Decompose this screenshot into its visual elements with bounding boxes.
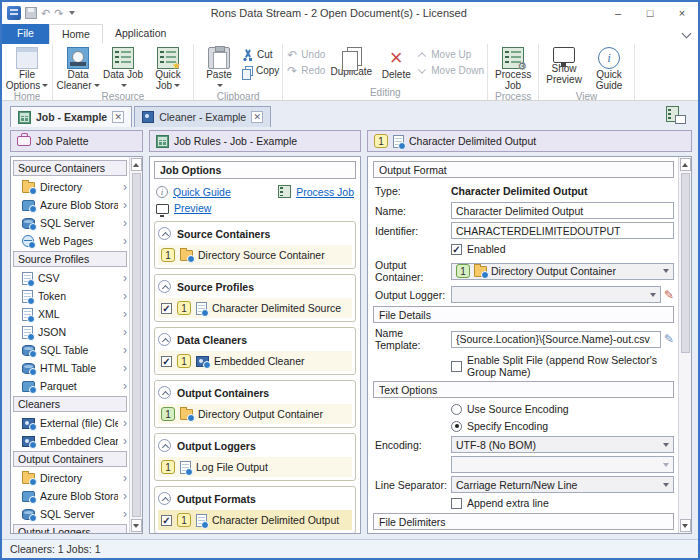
redo-icon[interactable]: ↷ <box>54 8 63 19</box>
delete-button[interactable]: × Delete <box>377 45 415 81</box>
output-logger-dropdown[interactable] <box>451 286 661 303</box>
tab-home[interactable]: Home <box>49 24 103 44</box>
close-button[interactable]: × <box>666 2 698 24</box>
move-up-button[interactable]: Move Up <box>416 48 484 61</box>
process-job-window-icon[interactable] <box>666 106 686 124</box>
palette-item-token[interactable]: Token › <box>13 287 129 305</box>
encoding-sub-dropdown[interactable] <box>451 456 674 473</box>
rule-item-log-file-output[interactable]: 1 Log File Output <box>158 457 352 477</box>
card-header[interactable]: Source Profiles <box>158 277 352 296</box>
duplicate-button[interactable]: Duplicate <box>326 45 376 78</box>
palette-item-azure-blob-storage[interactable]: Azure Blob Storage › <box>13 196 129 214</box>
data-job-button[interactable]: Data Job <box>101 45 145 91</box>
collapse-icon[interactable] <box>158 227 171 240</box>
tab-file[interactable]: File <box>2 24 49 44</box>
palette-item-html-table[interactable]: HTML Table › <box>13 359 129 377</box>
detail-scrollbar[interactable] <box>678 157 691 533</box>
card-header[interactable]: Output Loggers <box>158 436 352 455</box>
palette-item-external-file-cleaner[interactable]: External (file) Clean › <box>13 414 129 432</box>
palette-item-sql-table[interactable]: SQL Table › <box>13 341 129 359</box>
palette-item-xml[interactable]: XML › <box>13 305 129 323</box>
edit-logger-icon[interactable]: ✎ <box>664 289 674 301</box>
palette-item-csv[interactable]: CSV › <box>13 269 129 287</box>
enabled-checkbox[interactable]: ✓ <box>451 244 462 255</box>
card-header[interactable]: Data Cleaners <box>158 330 352 349</box>
scroll-thumb[interactable] <box>132 173 141 517</box>
close-tab-icon[interactable]: ✕ <box>112 111 124 123</box>
rule-item-character-delimited-source[interactable]: ✓ 1 Character Delimited Source <box>158 298 352 318</box>
specify-encoding-radio[interactable] <box>451 421 462 432</box>
palette-item-directory[interactable]: Directory › <box>13 178 129 196</box>
collapse-icon[interactable] <box>158 333 171 346</box>
undo-icon[interactable]: ↶ <box>41 8 50 19</box>
cleaner-icon <box>22 418 35 429</box>
card-header[interactable]: Source Containers <box>158 224 352 243</box>
palette-item-output-directory[interactable]: Directory › <box>13 469 129 487</box>
rule-item-directory-output-container[interactable]: 1 Directory Output Container <box>158 404 352 424</box>
show-preview-button[interactable]: Show Preview <box>542 45 586 85</box>
process-job-button[interactable]: ⚙ Process Job <box>491 45 535 91</box>
name-template-input[interactable]: {Source.Location}\{Source.Name}-out.csv <box>451 331 661 348</box>
tab-application[interactable]: Application <box>103 24 178 44</box>
edit-template-icon[interactable]: ✎ <box>664 333 674 345</box>
app-icon[interactable] <box>7 6 21 20</box>
section-text-options: Text Options <box>373 381 674 398</box>
palette-item-embedded-cleaner[interactable]: Embedded Cleaner › <box>13 432 129 450</box>
collapse-icon[interactable] <box>158 439 171 452</box>
checkbox-checked[interactable]: ✓ <box>161 515 172 526</box>
encoding-dropdown[interactable]: UTF-8 (No BOM) <box>451 436 674 453</box>
card-header[interactable]: Output Containers <box>158 383 352 402</box>
save-icon[interactable] <box>25 7 37 19</box>
card-header[interactable]: Output Formats <box>158 489 352 508</box>
info-icon: i <box>598 47 620 69</box>
collapse-ribbon-icon[interactable] <box>682 29 692 39</box>
palette-item-json[interactable]: JSON › <box>13 323 129 341</box>
scroll-down-icon[interactable] <box>680 519 691 532</box>
use-source-encoding-radio[interactable] <box>451 404 462 415</box>
quick-guide-link[interactable]: Quick Guide <box>173 186 231 198</box>
preview-link[interactable]: Preview <box>174 202 211 214</box>
process-job-link[interactable]: Process Job <box>296 186 354 198</box>
collapse-icon[interactable] <box>158 492 171 505</box>
file-icon <box>393 135 404 148</box>
paste-button[interactable]: Paste <box>197 45 241 91</box>
doc-tab-cleaner-example[interactable]: Cleaner - Example ✕ <box>134 106 271 127</box>
rule-item-embedded-cleaner[interactable]: ✓ 1 Embedded Cleaner <box>158 351 352 371</box>
scroll-down-icon[interactable] <box>131 519 142 532</box>
scroll-thumb[interactable] <box>681 173 690 353</box>
minimize-button[interactable]: – <box>602 2 634 24</box>
undo-button[interactable]: ↶ Undo <box>286 48 325 61</box>
palette-item-output-azure-blob-storage[interactable]: Azure Blob Storage › <box>13 487 129 505</box>
checkbox-checked[interactable]: ✓ <box>161 356 172 367</box>
collapse-icon[interactable] <box>158 386 171 399</box>
maximize-button[interactable]: □ <box>634 2 666 24</box>
palette-scrollbar[interactable] <box>129 157 142 533</box>
file-options-button[interactable]: File Options <box>5 45 49 91</box>
rule-item-directory-source-container[interactable]: 1 Directory Source Container <box>158 245 352 265</box>
line-separator-dropdown[interactable]: Carriage Return/New Line <box>451 476 674 493</box>
checkbox-checked[interactable]: ✓ <box>161 303 172 314</box>
palette-item-output-sql-server[interactable]: SQL Server › <box>13 505 129 523</box>
rule-item-character-delimited-output[interactable]: ✓ 1 Character Delimited Output <box>158 510 352 530</box>
move-down-button[interactable]: Move Down <box>416 64 484 77</box>
name-input[interactable]: Character Delimited Output <box>451 202 674 219</box>
ribbon-group-view: Show Preview i Quick Guide View <box>539 44 635 100</box>
identifier-input[interactable]: CHARACTERDELIMITEDOUTPUT <box>451 222 674 239</box>
quick-job-button[interactable]: ★ Quick Job <box>146 45 190 91</box>
palette-item-sql-server[interactable]: SQL Server › <box>13 214 129 232</box>
palette-item-web-pages[interactable]: Web Pages › <box>13 232 129 250</box>
append-extra-line-checkbox[interactable] <box>451 498 462 509</box>
cut-button[interactable]: Cut <box>242 48 279 61</box>
redo-button[interactable]: ↷ Redo <box>286 64 325 77</box>
doc-tab-job-example[interactable]: Job - Example ✕ <box>10 106 132 127</box>
collapse-icon[interactable] <box>158 280 171 293</box>
output-container-dropdown[interactable]: 1 Directory Output Container <box>451 263 674 280</box>
scroll-up-icon[interactable] <box>680 158 691 171</box>
close-tab-icon[interactable]: ✕ <box>251 111 263 123</box>
palette-item-parquet[interactable]: Parquet › <box>13 377 129 395</box>
copy-button[interactable]: Copy <box>242 64 279 77</box>
scroll-up-icon[interactable] <box>131 158 142 171</box>
split-file-checkbox[interactable] <box>451 361 462 372</box>
data-cleaner-button[interactable]: Data Cleaner <box>56 45 100 91</box>
quick-guide-button[interactable]: i Quick Guide <box>587 45 631 91</box>
